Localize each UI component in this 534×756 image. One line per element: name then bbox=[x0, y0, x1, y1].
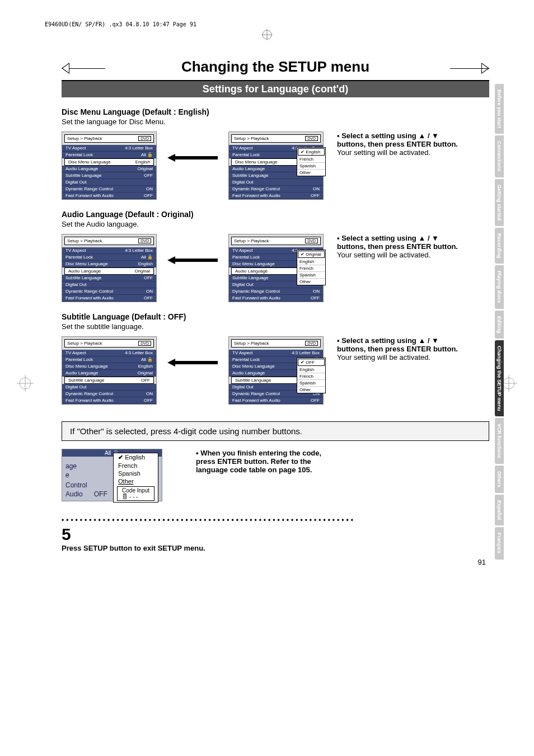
menu-row-label: Dynamic Range Control bbox=[65, 289, 113, 294]
menu-row-value: OFF bbox=[311, 193, 320, 198]
menu-breadcrumb: Setup > Playback bbox=[67, 136, 102, 141]
menu-row-label: Parental Lock bbox=[65, 152, 93, 157]
menu-row-label: Parental Lock bbox=[65, 255, 93, 260]
zoom-option: Spanish bbox=[114, 469, 158, 477]
menu-row-label: Digital Out bbox=[232, 384, 253, 389]
menu-row-label: TV Aspect bbox=[65, 145, 86, 151]
menu-row-label: Subtitle Language bbox=[235, 378, 271, 383]
menu-row-label: Audio Language bbox=[235, 269, 268, 274]
popup-option: Original bbox=[306, 252, 321, 257]
print-header: E9460UD(EN/ SP/FR) .qx3 04.8.10 10:47 Pa… bbox=[45, 21, 196, 27]
tab-changing-setup[interactable]: Changing the SETUP menu bbox=[495, 340, 504, 416]
menu-breadcrumb: Setup > Playback bbox=[67, 238, 102, 243]
instruction-bold: • Select a setting using ▲ / ▼ buttons, … bbox=[337, 336, 458, 353]
menu-row-value: ON bbox=[146, 289, 153, 294]
chevron-left-icon bbox=[62, 63, 69, 74]
menu-row-value: OFF bbox=[144, 295, 153, 300]
zoom-bottom-value: OFF bbox=[94, 490, 107, 498]
page-title: Changing the SETUP menu bbox=[62, 56, 489, 80]
svg-marker-9 bbox=[167, 154, 218, 162]
menu-row-label: Disc Menu Language bbox=[68, 159, 111, 165]
tab-recording[interactable]: Recording bbox=[495, 228, 504, 264]
menu-row-label: TV Aspect bbox=[232, 248, 252, 253]
menu-panel-before-2: Setup > PlaybackDVD TV Aspect4:3 Letter … bbox=[62, 234, 157, 302]
zoom-option: French bbox=[114, 462, 158, 469]
menu-row-value: 4:3 Letter Box bbox=[292, 350, 320, 355]
popup-option: Other bbox=[297, 170, 325, 176]
menu-row-label: Digital Out bbox=[65, 180, 86, 185]
note-box: If "Other" is selected, press 4-digit co… bbox=[62, 421, 489, 441]
dvd-badge: DVD bbox=[138, 238, 151, 243]
menu-row-label: TV Aspect bbox=[65, 248, 86, 253]
tab-connections[interactable]: Connections bbox=[495, 135, 504, 177]
menu-row-label: Subtitle Language bbox=[65, 173, 102, 178]
menu-row-value: ON bbox=[146, 186, 153, 191]
menu-row-label: Subtitle Language bbox=[232, 173, 269, 178]
menu-row-label: Parental Lock bbox=[232, 255, 260, 260]
menu-row-label: Fast Forward with Audio bbox=[65, 398, 114, 403]
code-input-instruction-text: • When you finish entering the code, pre… bbox=[196, 449, 321, 474]
menu-row-value: 4:3 Letter Box bbox=[125, 350, 153, 355]
dvd-badge: DVD bbox=[305, 136, 318, 141]
menu-row-label: Parental Lock bbox=[232, 357, 260, 362]
menu-row-label: Fast Forward with Audio bbox=[65, 295, 114, 300]
menu-breadcrumb: Setup > Playback bbox=[234, 341, 269, 346]
instruction-bold: • Select a setting using ▲ / ▼ buttons, … bbox=[337, 132, 458, 148]
menu-row-value: OFF bbox=[144, 173, 153, 178]
instruction-text: Your setting will be activated. bbox=[337, 251, 430, 259]
options-popup-3: ✔ OFF English French Spanish Other bbox=[297, 358, 326, 393]
menu-row-label: Digital Out bbox=[232, 282, 253, 287]
menu-row-value: OFF bbox=[144, 275, 153, 280]
code-input-value: - - - bbox=[129, 494, 138, 500]
tab-others[interactable]: Others bbox=[495, 466, 504, 493]
menu-row-label: Dynamic Range Control bbox=[232, 289, 280, 294]
menu-row-label: TV Aspect bbox=[232, 145, 252, 151]
menu-row-label: Audio Language bbox=[232, 166, 265, 171]
menu-row-label: TV Aspect bbox=[232, 350, 252, 355]
menu-row-value: Original bbox=[137, 166, 153, 171]
menu-breadcrumb: Setup > Playback bbox=[67, 341, 102, 346]
menu-row-value: ON bbox=[313, 186, 320, 191]
menu-row-label: Fast Forward with Audio bbox=[232, 295, 280, 300]
menu-row-label: Fast Forward with Audio bbox=[232, 193, 280, 198]
section-sub-disc-menu: Set the language for Disc Menu. bbox=[62, 118, 489, 126]
menu-panel-before-1: Setup > PlaybackDVD TV Aspect4:3 Letter … bbox=[62, 132, 157, 200]
menu-breadcrumb: Setup > Playback bbox=[234, 238, 269, 243]
menu-row-label: Disc Menu Language bbox=[65, 261, 108, 266]
tab-vcr-functions[interactable]: VCR functions bbox=[495, 418, 504, 464]
menu-row-value: English bbox=[138, 261, 153, 266]
tab-francais[interactable]: Français bbox=[495, 527, 504, 559]
popup-option: English bbox=[297, 259, 325, 265]
popup-option: Other bbox=[297, 279, 325, 285]
menu-row-label: TV Aspect bbox=[65, 350, 86, 355]
zoom-option-selected: Other bbox=[114, 477, 158, 485]
menu-row-label: Audio Language bbox=[232, 370, 265, 375]
menu-row-value: OFF bbox=[311, 398, 320, 403]
arrow-left-icon bbox=[165, 132, 221, 162]
arrow-left-icon bbox=[165, 234, 221, 264]
menu-row-value: All 🔓 bbox=[141, 255, 153, 260]
tab-before-you-start[interactable]: Before you start bbox=[495, 84, 504, 134]
popup-option: Other bbox=[297, 387, 325, 393]
chevron-right-icon bbox=[481, 63, 489, 74]
instruction-block-3: • Select a setting using ▲ / ▼ buttons, … bbox=[337, 336, 460, 361]
tab-editing[interactable]: Editing bbox=[495, 311, 504, 339]
menu-row-value: ON bbox=[146, 391, 153, 396]
tab-espanol[interactable]: Español bbox=[495, 495, 504, 525]
section-heading-audio: Audio Language (Default : Original) bbox=[62, 210, 489, 219]
dotted-divider: ••••••••••••••••••••••••••••••••••••••••… bbox=[62, 516, 489, 524]
page-number: 91 bbox=[62, 558, 489, 566]
menu-row-value: English bbox=[138, 364, 153, 369]
tab-getting-started[interactable]: Getting started bbox=[495, 179, 504, 226]
tab-playing-discs[interactable]: Playing discs bbox=[495, 265, 504, 309]
page-title-text: Changing the SETUP menu bbox=[181, 58, 369, 75]
menu-row-label: Disc Menu Language bbox=[232, 261, 275, 266]
menu-row-value: 4:3 Letter Box bbox=[125, 248, 153, 253]
instruction-block-2: • Select a setting using ▲ / ▼ buttons, … bbox=[337, 234, 460, 259]
svg-marker-11 bbox=[167, 359, 218, 367]
popup-option: French bbox=[297, 156, 325, 163]
step-number-5: 5 bbox=[62, 525, 489, 544]
side-tabs: Before you start Connections Getting sta… bbox=[495, 84, 504, 560]
menu-row-value: ON bbox=[313, 289, 320, 294]
menu-row-label: Digital Out bbox=[65, 282, 86, 287]
